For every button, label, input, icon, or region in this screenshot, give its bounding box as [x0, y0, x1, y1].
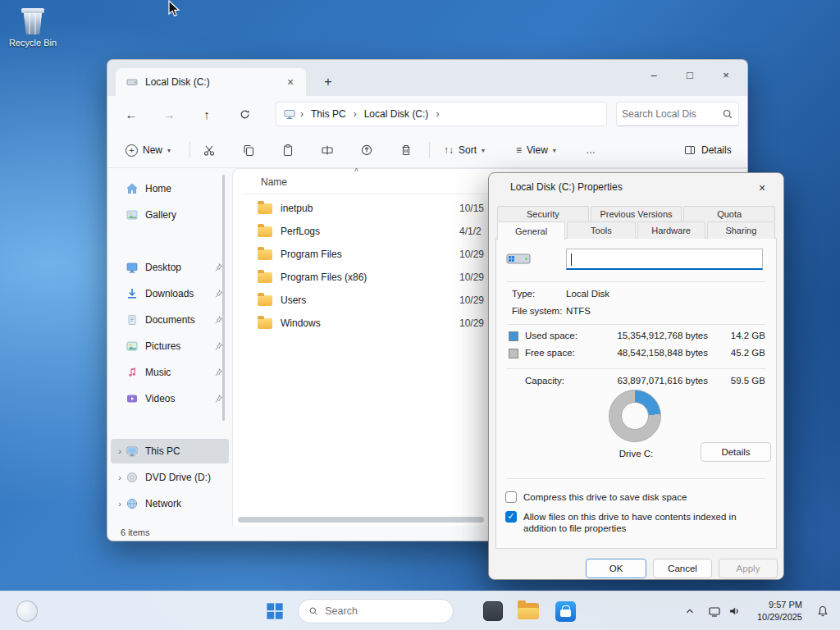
copy-button[interactable] [237, 140, 260, 160]
delete-button[interactable] [395, 140, 418, 160]
tab-hardware[interactable]: Hardware [637, 221, 705, 239]
clock-date: 10/29/2025 [757, 611, 802, 623]
sort-button[interactable]: ↑↓ Sort ▾ [437, 139, 491, 162]
search-input[interactable] [622, 108, 722, 120]
tab-general[interactable]: General [497, 221, 565, 240]
sidebar-label: Network [145, 498, 229, 509]
sidebar-item-this-pc[interactable]: › This PC [111, 439, 229, 463]
close-button[interactable]: × [708, 60, 744, 89]
sort-icon: ↑↓ [444, 144, 454, 156]
dvd-icon [126, 471, 139, 484]
sidebar-item-videos[interactable]: Videos [111, 386, 229, 411]
compress-checkbox-label: Compress this drive to save disk space [523, 491, 687, 503]
breadcrumb-local-disk[interactable]: Local Disk (C:) [361, 107, 432, 121]
tray-network[interactable] [704, 600, 725, 622]
sidebar-scrollbar[interactable] [222, 175, 225, 421]
recycle-bin-shortcut[interactable]: Recycle Bin [5, 7, 61, 48]
cancel-button[interactable]: Cancel [653, 559, 712, 578]
refresh-button[interactable] [232, 103, 257, 126]
sidebar-item-gallery[interactable]: Gallery [111, 203, 229, 227]
sidebar-item-desktop[interactable]: Desktop [111, 255, 229, 280]
new-tab-button[interactable]: + [319, 73, 337, 91]
ok-button[interactable]: OK [586, 559, 646, 578]
taskbar-clock[interactable]: 9:57 PM 10/29/2025 [757, 599, 802, 623]
breadcrumb-this-pc[interactable]: This PC [308, 107, 349, 121]
details-pane-button[interactable]: Details [677, 139, 738, 162]
index-checkbox[interactable] [505, 511, 517, 523]
taskbar-app-dark[interactable] [482, 600, 504, 622]
chevron-right-icon[interactable]: › [114, 472, 126, 482]
this-pc-icon [126, 445, 139, 458]
tab-sharing[interactable]: Sharing [707, 221, 775, 239]
network-status-icon [708, 605, 721, 618]
items-count: 6 items [121, 527, 149, 537]
cut-button[interactable] [198, 140, 221, 160]
tab-row-front: General Tools Hardware Sharing [497, 221, 775, 239]
app-window-icon [483, 601, 503, 621]
column-header-name[interactable]: Name [261, 172, 287, 192]
details-button[interactable]: Details [701, 442, 771, 462]
type-label: Type: [512, 289, 535, 299]
plus-icon: + [126, 144, 138, 157]
up-button[interactable]: ↑ [194, 103, 219, 126]
sidebar-label: This PC [145, 445, 229, 457]
widgets-icon[interactable] [16, 600, 38, 622]
sidebar-item-network[interactable]: › Network [111, 491, 229, 516]
minimize-button[interactable]: – [636, 60, 672, 89]
ellipsis-icon: … [586, 144, 596, 156]
back-button[interactable]: ← [119, 103, 144, 126]
start-button[interactable] [264, 600, 285, 622]
sidebar-item-music[interactable]: Music [111, 360, 229, 385]
drive-label-input[interactable] [566, 249, 763, 270]
dialog-title: Local Disk (C:) Properties [510, 181, 623, 193]
taskbar-search-input[interactable] [325, 605, 443, 617]
more-options-button[interactable]: … [579, 139, 602, 162]
used-space-label: Used space: [525, 331, 578, 340]
tab-security[interactable]: Security [497, 206, 589, 221]
sidebar-item-documents[interactable]: Documents [111, 308, 229, 332]
rename-button[interactable] [316, 140, 339, 160]
compress-checkbox[interactable] [505, 491, 517, 503]
taskbar-store[interactable] [555, 600, 576, 622]
used-space-bytes: 15,354,912,768 bytes [617, 331, 708, 340]
sidebar-label: Pictures [145, 340, 213, 352]
tray-notifications[interactable] [812, 600, 833, 622]
taskbar-file-explorer[interactable] [518, 600, 539, 622]
tray-show-hidden-icons[interactable] [679, 600, 701, 622]
dialog-close-button[interactable]: × [751, 178, 774, 198]
new-button[interactable]: + New ▾ [119, 139, 177, 162]
view-icon: ≡ [516, 144, 522, 156]
file-date: 10/15 [459, 203, 484, 214]
share-button[interactable] [355, 140, 378, 160]
paste-button[interactable] [276, 140, 299, 160]
tray-volume[interactable] [724, 600, 745, 622]
view-button[interactable]: ≡ View ▾ [509, 139, 563, 162]
tab-close-icon[interactable]: × [281, 73, 299, 91]
tab-quota[interactable]: Quota [683, 206, 775, 221]
sort-ascending-icon: ^ [354, 167, 358, 176]
sidebar-item-dvd-drive[interactable]: › DVD Drive (D:) [111, 465, 229, 490]
search-box[interactable] [616, 102, 739, 126]
file-explorer-icon [518, 603, 539, 619]
horizontal-scrollbar[interactable] [238, 517, 484, 523]
tab-tools[interactable]: Tools [567, 221, 635, 239]
sidebar-item-home[interactable]: Home [111, 176, 229, 201]
sidebar-item-pictures[interactable]: Pictures [111, 334, 229, 358]
sidebar-label: Documents [145, 314, 213, 326]
explorer-tab[interactable]: Local Disk (C:) × [116, 68, 306, 96]
sidebar-label: Music [145, 367, 213, 378]
taskbar-search[interactable] [298, 599, 454, 623]
capacity-label: Capacity: [525, 376, 564, 386]
new-label: New [143, 144, 162, 156]
forward-button[interactable]: → [157, 103, 181, 126]
refresh-icon [239, 108, 251, 121]
recycle-bin-icon [21, 7, 45, 34]
sidebar-label: Videos [145, 393, 213, 404]
computer-icon [283, 107, 296, 121]
tab-previous-versions[interactable]: Previous Versions [591, 206, 682, 221]
apply-button[interactable]: Apply [719, 559, 778, 578]
maximize-button[interactable]: □ [672, 60, 708, 89]
chevron-right-icon[interactable]: › [114, 446, 126, 456]
chevron-right-icon[interactable]: › [114, 499, 126, 509]
sidebar-item-downloads[interactable]: Downloads [111, 281, 229, 306]
